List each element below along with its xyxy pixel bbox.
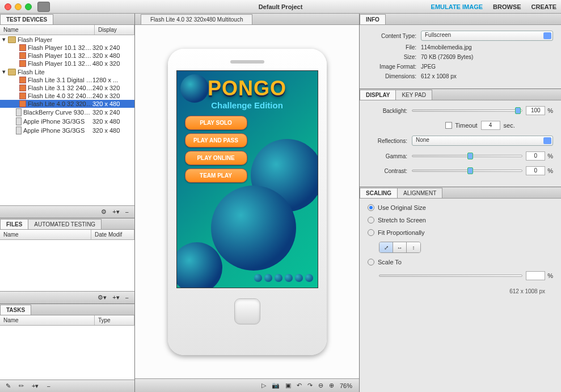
game-menu-button[interactable]: PLAY AND PASS — [185, 133, 247, 147]
tasks-list[interactable] — [0, 326, 134, 380]
gamma-slider[interactable] — [412, 155, 522, 157]
camera-icon[interactable]: 📷 — [272, 382, 280, 389]
tab-keypad[interactable]: KEY PAD — [395, 90, 432, 100]
dots-icon — [254, 274, 313, 282]
profile-icon — [19, 92, 26, 99]
tab-scaling[interactable]: SCALING — [360, 188, 398, 198]
timeout-value[interactable]: 4 — [481, 121, 500, 130]
undo-icon[interactable]: ↶ — [297, 382, 302, 389]
timeout-label: Timeout — [455, 122, 477, 129]
files-col-date[interactable]: Date Modif — [91, 230, 134, 239]
contrast-slider[interactable] — [412, 170, 522, 172]
profile-icon — [19, 44, 26, 51]
record-icon[interactable]: ▣ — [285, 382, 291, 389]
emulator-tab[interactable]: Flash Lite 4.0 32 320x480 Multitouch — [141, 14, 252, 24]
backlight-slider[interactable] — [412, 109, 522, 112]
play-icon[interactable]: ▷ — [261, 382, 266, 389]
files-settings-icon[interactable]: ⚙▾ — [98, 294, 107, 301]
tab-files[interactable]: FILES — [0, 219, 28, 229]
wand-icon[interactable]: ✎ — [6, 382, 11, 390]
reflections-label: Reflections: — [368, 138, 407, 144]
tab-tasks[interactable]: TASKS — [0, 305, 31, 315]
create-button[interactable]: CREATE — [532, 3, 556, 10]
gamma-label: Gamma: — [368, 153, 407, 159]
col-display[interactable]: Display — [95, 25, 134, 35]
scale-to-value[interactable] — [526, 271, 545, 280]
files-list[interactable] — [0, 240, 134, 291]
close-icon[interactable] — [5, 3, 11, 10]
browse-button[interactable]: BROWSE — [493, 3, 521, 10]
tree-row[interactable]: Flash Lite 4.0 32 240x320240 x 320 — [0, 92, 134, 100]
emulate-image-button[interactable]: EMULATE IMAGE — [431, 3, 483, 10]
fit-horizontal-icon: ↔ — [393, 242, 407, 252]
tree-row[interactable]: Flash Lite 4.0 32 320x48...320 x 480 — [0, 100, 134, 108]
files-add-icon[interactable]: +▾ — [112, 294, 119, 301]
tasks-col-type[interactable]: Type — [95, 315, 134, 325]
radio-stretch[interactable] — [368, 217, 374, 224]
settings-icon[interactable]: ⚙ — [101, 208, 107, 216]
folder-icon — [8, 69, 16, 75]
tree-row[interactable]: Flash Player 10.1 32 320...320 x 240 — [0, 44, 134, 52]
edit-icon[interactable]: ✏ — [19, 382, 24, 390]
tree-row[interactable]: Flash Lite 3.1 Digital Hom...1280 x ... — [0, 76, 134, 84]
tree-row[interactable]: Apple iPhone 3G/3GS320 x 480 — [0, 117, 134, 126]
scale-to-slider[interactable] — [379, 275, 522, 277]
redo-icon[interactable]: ↷ — [307, 382, 313, 389]
tree-row[interactable]: Flash Player 10.1 32 480...480 x 320 — [0, 60, 134, 68]
file-value: 114mobilemedia.jpg — [421, 44, 472, 50]
device-screen[interactable]: PONGO Challenge Edition PLAY SOLOPLAY AN… — [176, 70, 318, 288]
fit-both-icon: ⤢ — [379, 242, 393, 252]
profile-icon — [19, 60, 26, 67]
radio-original-size[interactable] — [368, 204, 374, 211]
stage: PONGO Challenge Edition PLAY SOLOPLAY AN… — [135, 25, 359, 378]
timeout-checkbox[interactable] — [445, 122, 452, 129]
zoom-in-icon[interactable]: ⊕ — [329, 382, 334, 389]
minimize-icon[interactable] — [15, 3, 22, 10]
size-label: Size: — [368, 54, 416, 60]
device-icon — [16, 108, 22, 116]
remove-icon[interactable]: − — [125, 209, 129, 216]
reflections-select[interactable]: None — [412, 136, 553, 146]
fit-vertical-icon: ↕ — [407, 242, 420, 252]
tab-display[interactable]: DISPLAY — [360, 90, 396, 100]
tab-test-devices[interactable]: TEST DEVICES — [0, 14, 53, 24]
game-menu-button[interactable]: TEAM PLAY — [185, 168, 247, 183]
game-menu-button[interactable]: PLAY SOLO — [185, 116, 247, 130]
format-label: Image Format: — [368, 64, 416, 70]
home-button[interactable] — [234, 298, 260, 324]
backlight-value[interactable]: 100 — [526, 106, 545, 115]
contrast-value[interactable]: 0 — [526, 166, 545, 175]
add-icon[interactable]: +▾ — [112, 208, 119, 216]
scaling-dimensions: 612 x 1008 px — [368, 286, 553, 297]
devices-footer: ⚙+▾− — [0, 205, 134, 218]
device-tree[interactable]: ▾Flash PlayerFlash Player 10.1 32 320...… — [0, 35, 134, 205]
tasks-add-icon[interactable]: +▾ — [32, 382, 39, 390]
tab-alignment[interactable]: ALIGNMENT — [397, 188, 442, 198]
radio-scale-to[interactable] — [368, 259, 374, 265]
fit-mode-segment[interactable]: ⤢↔↕ — [379, 242, 421, 253]
content-type-select[interactable]: Fullscreen — [421, 31, 553, 41]
zoom-out-icon[interactable]: ⊖ — [318, 382, 323, 389]
tab-automated-testing[interactable]: AUTOMATED TESTING — [28, 219, 102, 229]
tree-row[interactable]: ▾Flash Player — [0, 35, 134, 44]
file-label: File: — [368, 44, 416, 50]
game-menu-button[interactable]: PLAY ONLINE — [185, 151, 247, 165]
tree-row[interactable]: Flash Player 10.1 32 320...320 x 480 — [0, 52, 134, 60]
zoom-icon[interactable] — [25, 3, 32, 10]
col-name[interactable]: Name — [0, 25, 95, 35]
tree-row[interactable]: Apple iPhone 3G/3GS320 x 480 — [0, 126, 134, 135]
status-bar: ▷ 📷 ▣ ↶ ↷ ⊖ ⊕ 76% — [135, 378, 359, 392]
tree-row[interactable]: ▾Flash Lite — [0, 68, 134, 76]
tab-info[interactable]: INFO — [360, 14, 386, 24]
tasks-remove-icon[interactable]: − — [47, 383, 50, 390]
files-remove-icon[interactable]: − — [125, 294, 129, 301]
tree-row[interactable]: Flash Lite 3.1 32 240x320240 x 320 — [0, 84, 134, 92]
tasks-col-name[interactable]: Name — [0, 315, 95, 325]
zoom-value[interactable]: 76% — [340, 382, 352, 389]
device-mockup: PONGO Challenge Edition PLAY SOLOPLAY AN… — [168, 49, 327, 355]
radio-fit[interactable] — [368, 229, 374, 236]
tree-row[interactable]: BlackBerry Curve 9300 3G320 x 240 — [0, 108, 134, 117]
files-col-name[interactable]: Name — [0, 230, 91, 239]
devices-header: Name Display — [0, 25, 134, 35]
gamma-value[interactable]: 0 — [526, 151, 545, 161]
